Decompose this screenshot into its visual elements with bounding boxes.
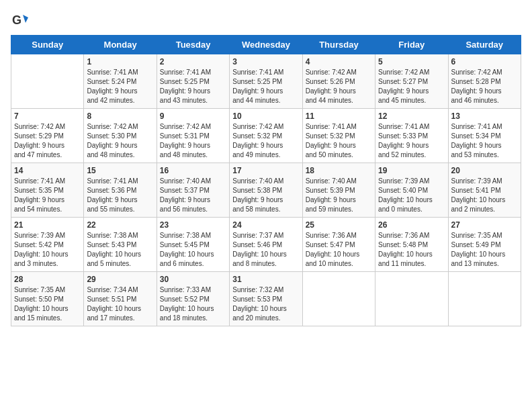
day-info: Sunrise: 7:42 AM Sunset: 5:32 PM Dayligh… bbox=[232, 122, 299, 160]
day-number: 22 bbox=[87, 220, 153, 230]
day-header-sunday: Sunday bbox=[11, 36, 84, 54]
day-number: 9 bbox=[160, 111, 226, 121]
calendar-cell bbox=[375, 272, 448, 326]
calendar-cell bbox=[302, 272, 375, 326]
day-number: 5 bbox=[378, 57, 445, 66]
day-number: 11 bbox=[306, 111, 372, 121]
calendar-cell: 30Sunrise: 7:33 AM Sunset: 5:52 PM Dayli… bbox=[157, 272, 229, 326]
day-number: 8 bbox=[87, 111, 153, 121]
day-info: Sunrise: 7:41 AM Sunset: 5:24 PM Dayligh… bbox=[87, 68, 153, 105]
day-info: Sunrise: 7:40 AM Sunset: 5:39 PM Dayligh… bbox=[306, 177, 372, 214]
week-row-1: 1Sunrise: 7:41 AM Sunset: 5:24 PM Daylig… bbox=[11, 54, 521, 109]
calendar-cell: 4Sunrise: 7:42 AM Sunset: 5:26 PM Daylig… bbox=[302, 54, 375, 109]
week-row-4: 21Sunrise: 7:39 AM Sunset: 5:42 PM Dayli… bbox=[11, 218, 521, 272]
day-info: Sunrise: 7:42 AM Sunset: 5:26 PM Dayligh… bbox=[306, 68, 372, 105]
svg-text:G: G bbox=[12, 13, 21, 27]
calendar-cell bbox=[448, 272, 521, 326]
day-number: 19 bbox=[378, 166, 445, 175]
day-info: Sunrise: 7:38 AM Sunset: 5:45 PM Dayligh… bbox=[160, 231, 226, 269]
day-info: Sunrise: 7:35 AM Sunset: 5:49 PM Dayligh… bbox=[451, 231, 518, 269]
day-number: 26 bbox=[378, 220, 445, 230]
day-number: 7 bbox=[14, 111, 81, 121]
day-info: Sunrise: 7:42 AM Sunset: 5:27 PM Dayligh… bbox=[378, 68, 445, 105]
calendar-cell: 24Sunrise: 7:37 AM Sunset: 5:46 PM Dayli… bbox=[230, 218, 302, 272]
header: G bbox=[11, 11, 521, 30]
day-info: Sunrise: 7:41 AM Sunset: 5:35 PM Dayligh… bbox=[14, 177, 81, 214]
calendar-cell: 8Sunrise: 7:42 AM Sunset: 5:30 PM Daylig… bbox=[84, 109, 157, 163]
day-number: 15 bbox=[87, 166, 153, 175]
day-number: 14 bbox=[14, 166, 81, 175]
calendar-cell: 28Sunrise: 7:35 AM Sunset: 5:50 PM Dayli… bbox=[11, 272, 84, 326]
day-number: 10 bbox=[232, 111, 299, 121]
calendar-cell: 11Sunrise: 7:41 AM Sunset: 5:32 PM Dayli… bbox=[302, 109, 375, 163]
day-info: Sunrise: 7:41 AM Sunset: 5:25 PM Dayligh… bbox=[160, 68, 226, 105]
day-number: 2 bbox=[160, 57, 226, 66]
day-number: 30 bbox=[160, 275, 226, 284]
calendar-cell: 14Sunrise: 7:41 AM Sunset: 5:35 PM Dayli… bbox=[11, 163, 84, 218]
day-info: Sunrise: 7:42 AM Sunset: 5:28 PM Dayligh… bbox=[451, 68, 518, 105]
day-info: Sunrise: 7:39 AM Sunset: 5:42 PM Dayligh… bbox=[14, 231, 81, 269]
day-number: 18 bbox=[306, 166, 372, 175]
day-number: 16 bbox=[160, 166, 226, 175]
day-info: Sunrise: 7:42 AM Sunset: 5:30 PM Dayligh… bbox=[87, 122, 153, 160]
day-number: 3 bbox=[232, 57, 299, 66]
calendar-cell: 7Sunrise: 7:42 AM Sunset: 5:29 PM Daylig… bbox=[11, 109, 84, 163]
day-info: Sunrise: 7:40 AM Sunset: 5:38 PM Dayligh… bbox=[232, 177, 299, 214]
day-info: Sunrise: 7:41 AM Sunset: 5:34 PM Dayligh… bbox=[451, 122, 518, 160]
calendar-cell: 17Sunrise: 7:40 AM Sunset: 5:38 PM Dayli… bbox=[230, 163, 302, 218]
day-info: Sunrise: 7:36 AM Sunset: 5:47 PM Dayligh… bbox=[306, 231, 372, 269]
calendar-cell: 21Sunrise: 7:39 AM Sunset: 5:42 PM Dayli… bbox=[11, 218, 84, 272]
day-info: Sunrise: 7:40 AM Sunset: 5:37 PM Dayligh… bbox=[160, 177, 226, 214]
week-row-2: 7Sunrise: 7:42 AM Sunset: 5:29 PM Daylig… bbox=[11, 109, 521, 163]
calendar-cell: 2Sunrise: 7:41 AM Sunset: 5:25 PM Daylig… bbox=[157, 54, 229, 109]
week-row-5: 28Sunrise: 7:35 AM Sunset: 5:50 PM Dayli… bbox=[11, 272, 521, 326]
day-number: 17 bbox=[232, 166, 299, 175]
day-number: 20 bbox=[451, 166, 518, 175]
calendar-cell: 16Sunrise: 7:40 AM Sunset: 5:37 PM Dayli… bbox=[157, 163, 229, 218]
day-number: 28 bbox=[14, 275, 81, 284]
day-info: Sunrise: 7:37 AM Sunset: 5:46 PM Dayligh… bbox=[232, 231, 299, 269]
logo: G bbox=[11, 11, 32, 30]
day-info: Sunrise: 7:41 AM Sunset: 5:32 PM Dayligh… bbox=[306, 122, 372, 160]
calendar-cell: 29Sunrise: 7:34 AM Sunset: 5:51 PM Dayli… bbox=[84, 272, 157, 326]
day-header-thursday: Thursday bbox=[302, 36, 375, 54]
calendar-cell: 27Sunrise: 7:35 AM Sunset: 5:49 PM Dayli… bbox=[448, 218, 521, 272]
calendar-cell bbox=[11, 54, 84, 109]
week-row-3: 14Sunrise: 7:41 AM Sunset: 5:35 PM Dayli… bbox=[11, 163, 521, 218]
calendar-table: SundayMondayTuesdayWednesdayThursdayFrid… bbox=[11, 35, 521, 326]
day-info: Sunrise: 7:34 AM Sunset: 5:51 PM Dayligh… bbox=[87, 285, 153, 323]
logo-icon: G bbox=[11, 11, 30, 30]
day-info: Sunrise: 7:42 AM Sunset: 5:31 PM Dayligh… bbox=[160, 122, 226, 160]
day-number: 21 bbox=[14, 220, 81, 230]
calendar-header-row: SundayMondayTuesdayWednesdayThursdayFrid… bbox=[11, 36, 521, 54]
calendar-cell: 22Sunrise: 7:38 AM Sunset: 5:43 PM Dayli… bbox=[84, 218, 157, 272]
calendar-cell: 18Sunrise: 7:40 AM Sunset: 5:39 PM Dayli… bbox=[302, 163, 375, 218]
day-number: 1 bbox=[87, 57, 153, 66]
day-info: Sunrise: 7:41 AM Sunset: 5:33 PM Dayligh… bbox=[378, 122, 445, 160]
calendar-cell: 12Sunrise: 7:41 AM Sunset: 5:33 PM Dayli… bbox=[375, 109, 448, 163]
calendar-cell: 20Sunrise: 7:39 AM Sunset: 5:41 PM Dayli… bbox=[448, 163, 521, 218]
day-number: 6 bbox=[451, 57, 518, 66]
day-number: 25 bbox=[306, 220, 372, 230]
day-header-wednesday: Wednesday bbox=[230, 36, 302, 54]
day-number: 31 bbox=[232, 275, 299, 284]
day-header-monday: Monday bbox=[84, 36, 157, 54]
day-info: Sunrise: 7:35 AM Sunset: 5:50 PM Dayligh… bbox=[14, 285, 81, 323]
day-number: 24 bbox=[232, 220, 299, 230]
day-number: 13 bbox=[451, 111, 518, 121]
day-info: Sunrise: 7:38 AM Sunset: 5:43 PM Dayligh… bbox=[87, 231, 153, 269]
day-number: 4 bbox=[306, 57, 372, 66]
day-number: 29 bbox=[87, 275, 153, 284]
day-info: Sunrise: 7:39 AM Sunset: 5:41 PM Dayligh… bbox=[451, 177, 518, 214]
day-info: Sunrise: 7:36 AM Sunset: 5:48 PM Dayligh… bbox=[378, 231, 445, 269]
day-info: Sunrise: 7:41 AM Sunset: 5:25 PM Dayligh… bbox=[232, 68, 299, 105]
svg-marker-1 bbox=[23, 15, 28, 23]
day-number: 12 bbox=[378, 111, 445, 121]
calendar-cell: 6Sunrise: 7:42 AM Sunset: 5:28 PM Daylig… bbox=[448, 54, 521, 109]
calendar-cell: 10Sunrise: 7:42 AM Sunset: 5:32 PM Dayli… bbox=[230, 109, 302, 163]
day-header-friday: Friday bbox=[375, 36, 448, 54]
day-info: Sunrise: 7:33 AM Sunset: 5:52 PM Dayligh… bbox=[160, 285, 226, 323]
day-header-tuesday: Tuesday bbox=[157, 36, 229, 54]
day-number: 23 bbox=[160, 220, 226, 230]
calendar-cell: 1Sunrise: 7:41 AM Sunset: 5:24 PM Daylig… bbox=[84, 54, 157, 109]
